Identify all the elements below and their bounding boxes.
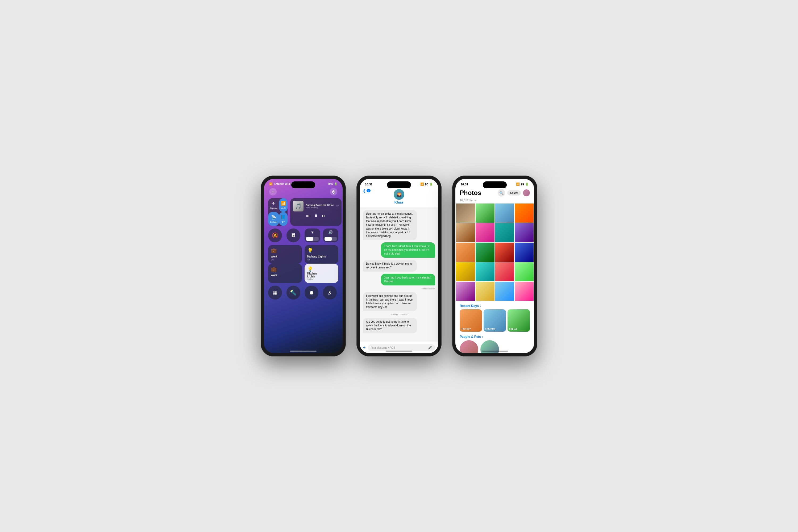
msg-text-0: clean up my calendar at mom's request. I… xyxy=(366,212,413,238)
photo-cell-3[interactable] xyxy=(515,204,534,223)
msg-bubble-2: Do you know if there is a way for me to … xyxy=(363,260,417,271)
shazam-icon: 𝑺 xyxy=(328,290,331,296)
work-card[interactable]: 💼 Work xyxy=(268,264,302,283)
msg-bubble-5: Are you going to get home in time to wat… xyxy=(363,318,417,333)
recent-days-grid: Tuesday Saturday Sep 12 xyxy=(455,309,534,332)
recent-day-sep12[interactable]: Sep 12 xyxy=(508,309,530,332)
volume-card[interactable]: 🔊 xyxy=(323,228,339,242)
shazam-button[interactable]: 𝑺 xyxy=(323,286,337,300)
record-button[interactable]: ⏺ xyxy=(305,286,318,300)
person-avatar-1[interactable] xyxy=(460,340,478,354)
flashlight-button[interactable]: 🔦 xyxy=(286,286,300,300)
msg-input-field[interactable]: Text Message • RCS 🎤 xyxy=(368,344,435,351)
photo-cell-18[interactable] xyxy=(495,282,514,301)
song-artist: Now Playing xyxy=(306,206,334,209)
airplane-mode-btn[interactable]: ✈ Airplane xyxy=(268,198,279,212)
recent-day-tuesday[interactable]: Tuesday xyxy=(460,309,482,332)
kitchen-lights-label: Lights xyxy=(307,275,336,278)
home-bar-3 xyxy=(481,350,508,352)
recent-day-saturday-label: Saturday xyxy=(485,327,496,330)
qr-code-button[interactable]: ▦ xyxy=(268,286,282,300)
flashlight-icon: 🔦 xyxy=(290,289,297,296)
home-bar-1 xyxy=(290,350,317,352)
photo-cell-13[interactable] xyxy=(476,262,495,281)
photos-search-button[interactable]: 🔍 xyxy=(498,189,505,196)
kitchen-section-label: Kitchen xyxy=(307,272,336,275)
photo-cell-11[interactable] xyxy=(515,243,534,262)
prev-button[interactable]: ⏮ xyxy=(306,214,310,218)
msg-bubble-1: That's fine! I don't think I can recover… xyxy=(381,242,435,258)
cc-row2: 🔕 🖩 ☀ 🔊 xyxy=(264,228,343,242)
msg-plus-button[interactable]: + xyxy=(363,345,366,350)
photo-cell-19[interactable] xyxy=(515,282,534,301)
contact-name[interactable]: Klaas xyxy=(395,200,404,204)
pause-button[interactable]: ⏸ xyxy=(314,214,318,218)
photos-user-avatar[interactable] xyxy=(523,189,530,196)
wifi-icon-msg: 📶 xyxy=(420,183,424,186)
photo-cell-5[interactable] xyxy=(476,223,495,242)
contact-avatar: 🌄 xyxy=(394,189,404,200)
brightness-fill xyxy=(306,237,313,241)
photo-cell-17[interactable] xyxy=(476,282,495,301)
photo-cell-10[interactable] xyxy=(495,243,514,262)
work-on-card[interactable]: 💼 Work On xyxy=(268,245,302,264)
work-label: Work xyxy=(271,274,299,277)
kitchen-lights-card[interactable]: 💡 Kitchen Lights 100% xyxy=(305,264,338,283)
calculator-button[interactable]: 🖩 xyxy=(286,228,300,242)
hallway-lights-card[interactable]: 💡 Hallway Lights Off xyxy=(305,245,338,264)
photo-cell-15[interactable] xyxy=(515,262,534,281)
network-card: ✈ Airplane 📶 Wi-Fi 📡 Cellular 📘 BT xyxy=(268,198,288,226)
photo-cell-7[interactable] xyxy=(515,223,534,242)
home-bar-2 xyxy=(386,350,412,352)
photo-cell-1[interactable] xyxy=(476,204,495,223)
album-art: 🎵 xyxy=(293,201,304,211)
msg-text-4: I just went into settings and dug around… xyxy=(366,294,413,308)
people-pets-section-title[interactable]: People & Pets › xyxy=(455,332,534,340)
mic-icon[interactable]: 🎤 xyxy=(428,346,432,349)
song-title: Burning Down the Office xyxy=(306,204,334,206)
photos-title: Photos xyxy=(460,189,481,196)
battery-icon-msg: 🔋 xyxy=(429,183,433,186)
msg-time: 10:31 xyxy=(365,183,373,186)
phone-2: 10:31 📶 80 🔋 ❮ 7 🌄 Klaas clean up my cal… xyxy=(357,175,441,357)
people-pets-chevron: › xyxy=(482,335,483,338)
brightness-track xyxy=(306,237,319,241)
mute-icon: 🔕 xyxy=(272,232,279,239)
photo-cell-12[interactable] xyxy=(456,262,475,281)
photos-header: Photos 🔍 Select xyxy=(455,188,534,199)
photo-cell-8[interactable] xyxy=(456,243,475,262)
photos-select-button[interactable]: Select xyxy=(507,190,521,195)
photo-cell-2[interactable] xyxy=(495,204,514,223)
heart-icon[interactable]: ♡ xyxy=(336,204,339,208)
next-button[interactable]: ⏭ xyxy=(322,214,326,218)
kitchen-lights-sub: 100% xyxy=(307,278,336,280)
add-button[interactable]: + xyxy=(269,188,277,195)
photo-cell-4[interactable] xyxy=(456,223,475,242)
playback-controls: ⏮ ⏸ ⏭ xyxy=(293,214,339,218)
avatar-initials: 🌄 xyxy=(397,192,401,196)
msg-status-right: 📶 80 🔋 xyxy=(420,183,433,186)
recent-days-section-title[interactable]: Recent Days › xyxy=(455,301,534,309)
phone-3-screen: 10:31 📶 79 🔋 Photos 🔍 Select 16,612 Item… xyxy=(455,179,534,353)
msg-back-area[interactable]: ❮ 7 xyxy=(363,189,370,193)
recent-days-chevron: › xyxy=(480,304,481,307)
carrier-label: T-Mobile Wi-Fi xyxy=(273,183,291,185)
battery-icon: 🔋 xyxy=(334,183,337,185)
work-on-label: Work xyxy=(271,255,299,258)
photo-cell-6[interactable] xyxy=(495,223,514,242)
cellular-btn[interactable]: 📡 Cellular xyxy=(268,212,279,226)
recent-day-saturday[interactable]: Saturday xyxy=(483,309,506,332)
photo-cell-16[interactable] xyxy=(456,282,475,301)
brightness-card[interactable]: ☀ xyxy=(305,228,320,242)
bluetooth-btn[interactable]: 📘 BT xyxy=(279,212,288,226)
power-button[interactable]: ⏻ xyxy=(330,188,337,195)
photo-cell-9[interactable] xyxy=(476,243,495,262)
photo-cell-0[interactable] xyxy=(456,204,475,223)
hallway-lights-label: Hallway Lights xyxy=(307,255,336,258)
wifi-btn[interactable]: 📶 Wi-Fi xyxy=(279,198,288,212)
battery-photos: 79 xyxy=(521,183,524,186)
bluetooth-label: BT xyxy=(282,221,285,223)
msg-text-1: That's fine! I don't think I can recover… xyxy=(384,245,430,255)
mute-button[interactable]: 🔕 xyxy=(268,228,282,242)
photo-cell-14[interactable] xyxy=(495,262,514,281)
